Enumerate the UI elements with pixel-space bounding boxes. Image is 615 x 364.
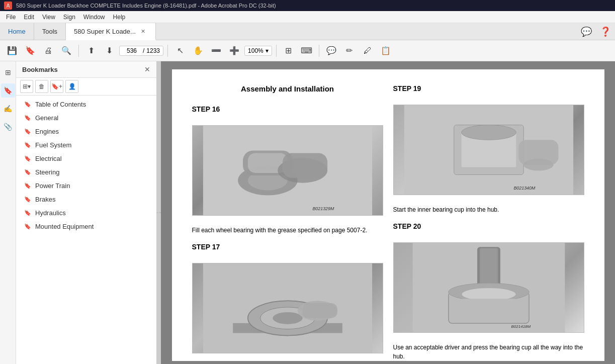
bookmark-icon-steering: 🔖 — [24, 169, 31, 175]
tab-close-button[interactable]: ✕ — [139, 27, 147, 36]
bookmark-options-btn[interactable]: 👤 — [65, 80, 78, 93]
bookmark-item-mounted[interactable]: 🔖 Mounted Equipment — [16, 220, 156, 233]
bookmark-expand-btn[interactable]: ⊞▾ — [20, 80, 33, 93]
pdf-step16-caption: Fill each wheel bearing with the grease … — [192, 226, 383, 235]
bookmark-label-powertrain: Power Train — [35, 182, 70, 190]
zoom-value: 100% — [248, 47, 263, 54]
bookmark-new-btn[interactable]: 🔖+ — [50, 80, 63, 93]
pdf-section-heading: Assembly and Installation — [192, 84, 383, 93]
page-total: 1233 — [146, 47, 160, 54]
bookmark-icon-fuel: 🔖 — [24, 142, 31, 148]
hand-tool-button[interactable]: ✋ — [190, 43, 206, 59]
title-text: 580 Super K Loader Backhoe COMPLETE Incl… — [16, 3, 276, 9]
bookmarks-panel: Bookmarks ✕ ⊞▾ 🗑 🔖+ 👤 🔖 Table of Content… — [16, 61, 157, 364]
bookmark-item-hydraulics[interactable]: 🔖 Hydraulics — [16, 206, 156, 220]
bookmark-delete-btn[interactable]: 🗑 — [35, 80, 48, 93]
separator-1 — [78, 45, 79, 57]
pdf-step20-caption: Use an acceptable driver and press the b… — [393, 343, 584, 361]
pdf-step19-caption: Start the inner bearing cup into the hub… — [393, 205, 584, 214]
help-icon[interactable]: ❓ — [600, 26, 611, 37]
bookmark-item-engines[interactable]: 🔖 Engines — [16, 125, 156, 138]
bookmark-icon-mounted: 🔖 — [24, 223, 31, 230]
bookmark-add-button[interactable]: 🔖 — [22, 43, 38, 59]
menu-edit[interactable]: Edit — [20, 13, 38, 22]
select-tool-button[interactable]: ↖ — [172, 43, 188, 59]
pdf-step20-label: STEP 20 — [393, 222, 584, 230]
bookmark-item-brakes[interactable]: 🔖 Brakes — [16, 193, 156, 206]
toolbar: 💾 🔖 🖨 🔍 ⬆ ⬇ / 1233 ↖ ✋ ➖ ➕ 100% ▾ ⊞ ⌨ 💬 … — [0, 40, 615, 61]
bookmark-icon-powertrain: 🔖 — [24, 183, 31, 189]
svg-text:B021329M: B021329M — [312, 206, 334, 211]
zoom-dropdown-icon: ▾ — [266, 47, 269, 54]
draw-button[interactable]: 🖊 — [360, 43, 376, 59]
comment-button[interactable]: 💬 — [323, 43, 339, 59]
panel-header: Bookmarks ✕ — [16, 61, 156, 78]
side-signature-btn[interactable]: ✍ — [1, 102, 15, 116]
menu-window[interactable]: Window — [79, 13, 109, 22]
print-button[interactable]: 🖨 — [40, 43, 56, 59]
zoom-out-button[interactable]: ➖ — [208, 43, 224, 59]
zoom-selector[interactable]: 100% ▾ — [244, 46, 272, 56]
page-down-button[interactable]: ⬇ — [101, 43, 117, 59]
bookmark-label-general: General — [35, 114, 58, 122]
fit-page-button[interactable]: ⊞ — [281, 43, 297, 59]
panel-close-button[interactable]: ✕ — [144, 65, 150, 73]
bookmark-item-steering[interactable]: 🔖 Steering — [16, 165, 156, 179]
svg-point-18 — [461, 125, 516, 140]
zoom-in-button[interactable]: ➕ — [226, 43, 242, 59]
tab-document[interactable]: 580 Super K Loade... ✕ — [66, 23, 156, 40]
bookmark-label-fuel: Fuel System — [35, 141, 71, 149]
pdf-step20-image: B021418M — [393, 242, 584, 333]
pdf-step19-image: B021340M — [393, 105, 584, 195]
bookmark-item-fuel[interactable]: 🔖 Fuel System — [16, 138, 156, 152]
bookmark-label-engines: Engines — [35, 128, 59, 135]
pdf-step16-image: B021329M — [192, 125, 383, 216]
menu-bar: File Edit View Sign Window Help — [0, 11, 615, 23]
main-area: ⊞ 🔖 ✍ 📎 Bookmarks ✕ ⊞▾ 🗑 🔖+ 👤 🔖 Table of… — [0, 61, 615, 364]
pdf-content: Assembly and Installation STEP 16 — [192, 84, 584, 361]
tab-home[interactable]: Home — [0, 23, 34, 40]
bookmark-item-toc[interactable]: 🔖 Table of Contents — [16, 98, 156, 111]
bookmark-item-electrical[interactable]: 🔖 Electrical — [16, 152, 156, 165]
svg-text:B021340M: B021340M — [513, 186, 536, 191]
separator-3 — [276, 45, 277, 57]
bookmark-icon-electrical: 🔖 — [24, 155, 31, 162]
pdf-step17-label: STEP 17 — [192, 243, 383, 251]
pdf-step17-image — [192, 263, 383, 353]
page-number-input[interactable] — [123, 47, 141, 54]
chat-icon[interactable]: 💬 — [581, 26, 592, 37]
keyboard-button[interactable]: ⌨ — [299, 43, 315, 59]
page-navigation: / 1233 — [119, 46, 163, 56]
side-bookmark-btn[interactable]: 🔖 — [1, 83, 15, 98]
page-up-button[interactable]: ⬆ — [83, 43, 99, 59]
svg-point-12 — [273, 312, 302, 324]
pdf-page: Assembly and Installation STEP 16 — [172, 69, 604, 361]
save-button[interactable]: 💾 — [4, 43, 20, 59]
panel-toolbar: ⊞▾ 🗑 🔖+ 👤 — [16, 78, 156, 96]
svg-rect-24 — [480, 248, 498, 289]
highlight-button[interactable]: ✏ — [341, 43, 358, 59]
menu-sign[interactable]: Sign — [59, 13, 79, 22]
side-attach-btn[interactable]: 📎 — [1, 120, 15, 134]
pdf-area[interactable]: Assembly and Installation STEP 16 — [161, 61, 615, 364]
bookmark-label-toc: Table of Contents — [35, 101, 86, 108]
tab-tools[interactable]: Tools — [34, 23, 66, 40]
svg-rect-28 — [462, 299, 515, 321]
bookmark-item-general[interactable]: 🔖 General — [16, 111, 156, 125]
search-button[interactable]: 🔍 — [58, 43, 74, 59]
menu-file[interactable]: File — [2, 13, 20, 22]
tab-bar: Home Tools 580 Super K Loade... ✕ 💬 ❓ — [0, 23, 615, 40]
bookmark-label-mounted: Mounted Equipment — [35, 223, 94, 230]
bookmark-item-powertrain[interactable]: 🔖 Power Train — [16, 179, 156, 193]
side-panel-icons: ⊞ 🔖 ✍ 📎 — [0, 61, 16, 364]
panel-resize-handle[interactable]: ⋮ — [157, 61, 161, 364]
menu-help[interactable]: Help — [109, 13, 130, 22]
side-thumbnail-btn[interactable]: ⊞ — [1, 65, 15, 79]
stamp-button[interactable]: 📋 — [378, 43, 394, 59]
bookmark-list: 🔖 Table of Contents 🔖 General 🔖 Engines … — [16, 96, 156, 364]
menu-view[interactable]: View — [38, 13, 59, 22]
separator-4 — [319, 45, 319, 57]
separator-2 — [167, 45, 168, 57]
pdf-column-right: STEP 19 B021340M — [393, 84, 584, 361]
title-bar: A 580 Super K Loader Backhoe COMPLETE In… — [0, 0, 615, 11]
